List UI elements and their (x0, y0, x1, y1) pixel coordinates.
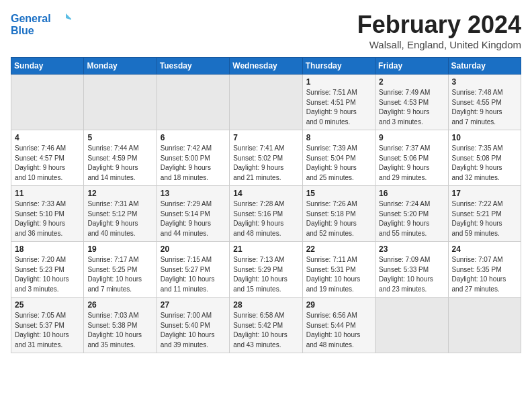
day-number: 15 (306, 189, 371, 198)
day-info: Sunrise: 6:56 AM Sunset: 5:44 PM Dayligh… (306, 311, 371, 350)
day-info: Sunrise: 7:09 AM Sunset: 5:33 PM Dayligh… (379, 255, 444, 294)
day-info: Sunrise: 7:26 AM Sunset: 5:18 PM Dayligh… (306, 199, 371, 238)
day-number: 2 (379, 77, 444, 87)
svg-text:General: General (11, 13, 51, 24)
day-info: Sunrise: 7:33 AM Sunset: 5:10 PM Dayligh… (15, 199, 80, 238)
calendar-cell: 5Sunrise: 7:44 AM Sunset: 4:59 PM Daylig… (84, 130, 157, 186)
day-info: Sunrise: 7:00 AM Sunset: 5:40 PM Dayligh… (161, 311, 226, 350)
calendar-cell: 9Sunrise: 7:37 AM Sunset: 5:06 PM Daylig… (375, 130, 448, 186)
day-number: 12 (87, 189, 152, 198)
day-info: Sunrise: 7:39 AM Sunset: 5:04 PM Dayligh… (306, 144, 371, 183)
col-header-tuesday: Tuesday (157, 58, 229, 75)
calendar-cell (230, 75, 302, 130)
day-number: 24 (452, 244, 517, 254)
calendar-cell: 6Sunrise: 7:42 AM Sunset: 5:00 PM Daylig… (157, 130, 229, 186)
calendar-cell (375, 298, 448, 353)
day-number: 21 (233, 244, 298, 254)
day-number: 14 (233, 189, 298, 198)
day-number: 8 (306, 133, 371, 142)
day-number: 22 (306, 244, 371, 254)
day-info: Sunrise: 7:44 AM Sunset: 4:59 PM Dayligh… (87, 144, 152, 183)
day-info: Sunrise: 7:15 AM Sunset: 5:27 PM Dayligh… (161, 255, 226, 294)
day-number: 13 (161, 189, 226, 198)
day-number: 17 (452, 189, 517, 198)
day-number: 16 (379, 189, 444, 198)
col-header-sunday: Sunday (11, 58, 84, 75)
day-info: Sunrise: 7:20 AM Sunset: 5:23 PM Dayligh… (15, 255, 80, 294)
day-info: Sunrise: 7:24 AM Sunset: 5:20 PM Dayligh… (379, 199, 444, 238)
calendar-cell: 22Sunrise: 7:11 AM Sunset: 5:31 PM Dayli… (302, 242, 375, 298)
day-info: Sunrise: 7:48 AM Sunset: 4:55 PM Dayligh… (452, 88, 517, 127)
calendar-cell: 12Sunrise: 7:31 AM Sunset: 5:12 PM Dayli… (84, 186, 157, 242)
logo-svg: General Blue (11, 11, 71, 38)
day-number: 4 (15, 133, 80, 142)
day-number: 1 (306, 77, 371, 87)
calendar-cell: 24Sunrise: 7:07 AM Sunset: 5:35 PM Dayli… (448, 242, 521, 298)
calendar-cell: 26Sunrise: 7:03 AM Sunset: 5:38 PM Dayli… (84, 298, 157, 353)
calendar-cell: 29Sunrise: 6:56 AM Sunset: 5:44 PM Dayli… (302, 298, 375, 353)
calendar-cell: 4Sunrise: 7:46 AM Sunset: 4:57 PM Daylig… (11, 130, 84, 186)
calendar-cell: 7Sunrise: 7:41 AM Sunset: 5:02 PM Daylig… (230, 130, 302, 186)
calendar-cell (448, 298, 521, 353)
day-number: 20 (161, 244, 226, 254)
day-number: 5 (87, 133, 152, 142)
calendar-cell: 28Sunrise: 6:58 AM Sunset: 5:42 PM Dayli… (230, 298, 302, 353)
day-info: Sunrise: 7:29 AM Sunset: 5:14 PM Dayligh… (161, 199, 226, 238)
calendar-cell: 23Sunrise: 7:09 AM Sunset: 5:33 PM Dayli… (375, 242, 448, 298)
day-info: Sunrise: 7:17 AM Sunset: 5:25 PM Dayligh… (87, 255, 152, 294)
day-info: Sunrise: 7:37 AM Sunset: 5:06 PM Dayligh… (379, 144, 444, 183)
day-info: Sunrise: 7:31 AM Sunset: 5:12 PM Dayligh… (87, 199, 152, 238)
calendar-cell: 21Sunrise: 7:13 AM Sunset: 5:29 PM Dayli… (230, 242, 302, 298)
calendar-cell: 27Sunrise: 7:00 AM Sunset: 5:40 PM Dayli… (157, 298, 229, 353)
day-number: 11 (15, 189, 80, 198)
day-number: 6 (161, 133, 226, 142)
title-block: February 2024 Walsall, England, United K… (357, 11, 521, 50)
day-number: 28 (233, 300, 298, 310)
day-info: Sunrise: 7:46 AM Sunset: 4:57 PM Dayligh… (15, 144, 80, 183)
day-number: 10 (452, 133, 517, 142)
svg-marker-2 (66, 13, 71, 20)
month-year-title: February 2024 (357, 11, 521, 39)
day-info: Sunrise: 7:49 AM Sunset: 4:53 PM Dayligh… (379, 88, 444, 127)
calendar-cell: 13Sunrise: 7:29 AM Sunset: 5:14 PM Dayli… (157, 186, 229, 242)
calendar-cell: 15Sunrise: 7:26 AM Sunset: 5:18 PM Dayli… (302, 186, 375, 242)
location-subtitle: Walsall, England, United Kingdom (357, 39, 521, 50)
logo: General Blue (11, 11, 71, 38)
page-header: General Blue February 2024 Walsall, Engl… (11, 11, 521, 50)
col-header-friday: Friday (375, 58, 448, 75)
calendar-cell (11, 75, 84, 130)
day-number: 9 (379, 133, 444, 142)
calendar-cell: 14Sunrise: 7:28 AM Sunset: 5:16 PM Dayli… (230, 186, 302, 242)
day-info: Sunrise: 7:03 AM Sunset: 5:38 PM Dayligh… (87, 311, 152, 350)
calendar-cell: 19Sunrise: 7:17 AM Sunset: 5:25 PM Dayli… (84, 242, 157, 298)
day-number: 23 (379, 244, 444, 254)
calendar-cell: 20Sunrise: 7:15 AM Sunset: 5:27 PM Dayli… (157, 242, 229, 298)
day-info: Sunrise: 7:11 AM Sunset: 5:31 PM Dayligh… (306, 255, 371, 294)
day-info: Sunrise: 7:41 AM Sunset: 5:02 PM Dayligh… (233, 144, 298, 183)
day-number: 7 (233, 133, 298, 142)
calendar-cell: 3Sunrise: 7:48 AM Sunset: 4:55 PM Daylig… (448, 75, 521, 130)
col-header-wednesday: Wednesday (230, 58, 302, 75)
calendar-cell: 25Sunrise: 7:05 AM Sunset: 5:37 PM Dayli… (11, 298, 84, 353)
day-number: 18 (15, 244, 80, 254)
calendar-cell: 1Sunrise: 7:51 AM Sunset: 4:51 PM Daylig… (302, 75, 375, 130)
day-info: Sunrise: 7:13 AM Sunset: 5:29 PM Dayligh… (233, 255, 298, 294)
day-info: Sunrise: 7:42 AM Sunset: 5:00 PM Dayligh… (161, 144, 226, 183)
calendar-cell: 10Sunrise: 7:35 AM Sunset: 5:08 PM Dayli… (448, 130, 521, 186)
day-info: Sunrise: 7:05 AM Sunset: 5:37 PM Dayligh… (15, 311, 80, 350)
day-number: 3 (452, 77, 517, 87)
calendar-cell: 2Sunrise: 7:49 AM Sunset: 4:53 PM Daylig… (375, 75, 448, 130)
calendar-cell: 8Sunrise: 7:39 AM Sunset: 5:04 PM Daylig… (302, 130, 375, 186)
calendar-cell: 11Sunrise: 7:33 AM Sunset: 5:10 PM Dayli… (11, 186, 84, 242)
col-header-saturday: Saturday (448, 58, 521, 75)
day-number: 19 (87, 244, 152, 254)
day-info: Sunrise: 7:28 AM Sunset: 5:16 PM Dayligh… (233, 199, 298, 238)
calendar-table: SundayMondayTuesdayWednesdayThursdayFrid… (11, 57, 521, 353)
day-info: Sunrise: 7:07 AM Sunset: 5:35 PM Dayligh… (452, 255, 517, 294)
calendar-cell (84, 75, 157, 130)
col-header-monday: Monday (84, 58, 157, 75)
day-number: 29 (306, 300, 371, 310)
calendar-cell: 17Sunrise: 7:22 AM Sunset: 5:21 PM Dayli… (448, 186, 521, 242)
day-number: 25 (15, 300, 80, 310)
day-info: Sunrise: 7:51 AM Sunset: 4:51 PM Dayligh… (306, 88, 371, 127)
